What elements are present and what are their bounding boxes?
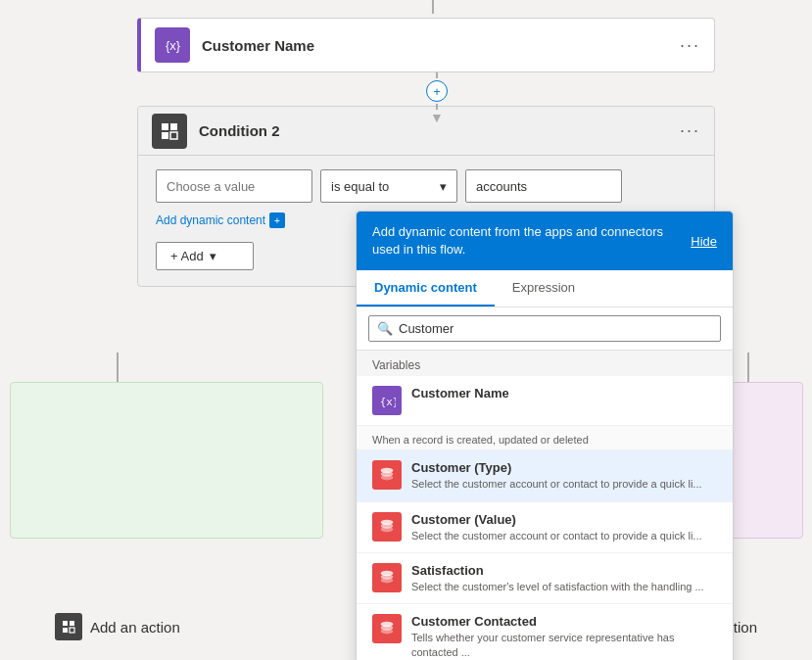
customer-type-title: Customer (Type) bbox=[411, 460, 717, 475]
customer-value-item[interactable]: Customer (Value) Select the customer acc… bbox=[357, 502, 733, 553]
plus-icon: + bbox=[433, 84, 441, 99]
customer-name-block: {x} Customer Name ··· bbox=[137, 18, 715, 72]
svg-text:{x}: {x} bbox=[166, 38, 181, 53]
customer-value-desc: Select the customer account or contact t… bbox=[411, 529, 717, 542]
dynamic-plus-icon: + bbox=[269, 212, 285, 228]
operator-dropdown[interactable]: is equal to ▾ bbox=[320, 169, 457, 203]
add-label: + Add bbox=[170, 249, 204, 263]
add-action-left-button[interactable]: Add an action bbox=[55, 613, 180, 640]
satisfaction-content: Satisfaction Select the customer's level… bbox=[411, 563, 717, 593]
customer-name-icon: {x} bbox=[155, 27, 190, 63]
svg-rect-8 bbox=[70, 628, 74, 633]
customer-value-icon bbox=[372, 512, 402, 542]
svg-rect-5 bbox=[63, 621, 68, 626]
add-action-left-icon bbox=[55, 613, 82, 640]
condition-icon bbox=[152, 114, 187, 149]
record-section-label: When a record is created, updated or del… bbox=[357, 426, 733, 450]
tab-dynamic-content[interactable]: Dynamic content bbox=[357, 270, 495, 306]
customer-type-desc: Select the customer account or contact t… bbox=[411, 477, 717, 491]
customer-value-title: Customer (Value) bbox=[411, 512, 717, 527]
svg-point-28 bbox=[381, 578, 394, 583]
customer-type-icon bbox=[372, 460, 402, 490]
customer-name-item-title: Customer Name bbox=[411, 386, 717, 401]
customer-name-title: Customer Name bbox=[202, 37, 680, 54]
svg-rect-6 bbox=[70, 621, 74, 626]
customer-contacted-item[interactable]: Customer Contacted Tells whether your cu… bbox=[357, 604, 733, 660]
panel-tabs: Dynamic content Expression bbox=[357, 270, 733, 307]
add-connector-button[interactable]: + bbox=[426, 80, 448, 102]
panel-hide-button[interactable]: Hide bbox=[691, 234, 717, 249]
panel-header-text: Add dynamic content from the apps and co… bbox=[372, 223, 691, 259]
svg-rect-7 bbox=[63, 628, 68, 633]
customer-name-item-icon: {x} bbox=[372, 386, 402, 415]
satisfaction-icon bbox=[372, 563, 402, 592]
svg-point-33 bbox=[381, 629, 394, 634]
choose-value-input[interactable] bbox=[156, 169, 312, 203]
add-action-left-label: Add an action bbox=[90, 619, 180, 636]
customer-type-content: Customer (Type) Select the customer acco… bbox=[411, 460, 717, 491]
customer-contacted-content: Customer Contacted Tells whether your cu… bbox=[411, 614, 717, 659]
panel-search-area: 🔍 bbox=[357, 307, 733, 351]
customer-value-content: Customer (Value) Select the customer acc… bbox=[411, 512, 717, 542]
svg-rect-3 bbox=[162, 132, 168, 139]
search-icon: 🔍 bbox=[377, 321, 393, 336]
panel-header: Add dynamic content from the apps and co… bbox=[357, 212, 733, 270]
customer-name-item[interactable]: {x} Customer Name bbox=[357, 376, 733, 426]
dynamic-content-label: Add dynamic content bbox=[156, 213, 265, 227]
customer-name-more-button[interactable]: ··· bbox=[680, 35, 700, 56]
satisfaction-title: Satisfaction bbox=[411, 563, 717, 578]
customer-name-item-content: Customer Name bbox=[411, 386, 717, 402]
svg-rect-4 bbox=[170, 132, 177, 139]
value-input[interactable] bbox=[465, 169, 622, 203]
satisfaction-item[interactable]: Satisfaction Select the customer's level… bbox=[357, 553, 733, 604]
satisfaction-desc: Select the customer's level of satisfact… bbox=[411, 580, 717, 593]
search-input[interactable] bbox=[399, 321, 712, 336]
variables-section-label: Variables bbox=[357, 351, 733, 376]
true-branch-area bbox=[10, 382, 323, 539]
customer-type-item[interactable]: Customer (Type) Select the customer acco… bbox=[357, 450, 733, 501]
tab-expression[interactable]: Expression bbox=[495, 270, 593, 306]
svg-rect-2 bbox=[170, 123, 177, 130]
svg-rect-1 bbox=[162, 123, 168, 130]
svg-point-23 bbox=[381, 527, 394, 532]
svg-text:{x}: {x} bbox=[380, 396, 396, 408]
add-button[interactable]: + Add ▾ bbox=[156, 242, 254, 270]
customer-contacted-icon bbox=[372, 614, 402, 643]
customer-contacted-title: Customer Contacted bbox=[411, 614, 717, 629]
operator-label: is equal to bbox=[331, 179, 389, 194]
add-chevron-icon: ▾ bbox=[210, 249, 216, 263]
operator-chevron-icon: ▾ bbox=[440, 179, 447, 194]
condition-more-button[interactable]: ··· bbox=[680, 120, 700, 141]
svg-point-18 bbox=[381, 475, 394, 480]
dynamic-content-panel: Add dynamic content from the apps and co… bbox=[356, 211, 734, 660]
customer-contacted-desc: Tells whether your customer service repr… bbox=[411, 631, 717, 659]
